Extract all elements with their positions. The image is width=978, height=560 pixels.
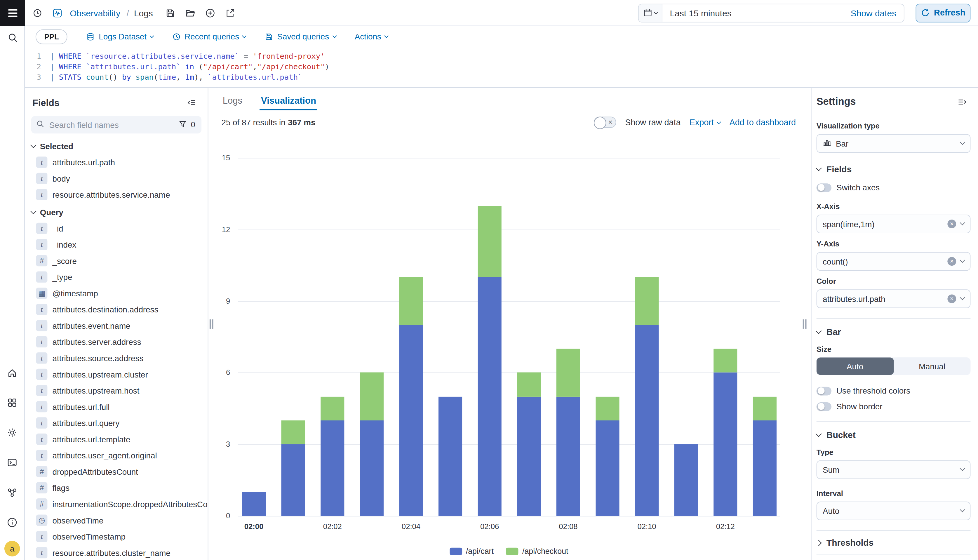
bar-segment[interactable] xyxy=(360,420,383,516)
bar-segment[interactable] xyxy=(675,444,698,516)
collapse-fields-panel-icon[interactable] xyxy=(183,93,200,111)
clear-icon[interactable] xyxy=(947,220,956,228)
calendar-icon[interactable] xyxy=(639,4,662,22)
field-item[interactable]: t_index xyxy=(28,237,204,253)
home-icon[interactable] xyxy=(0,361,25,383)
field-item[interactable]: tattributes.user_agent.original xyxy=(28,447,204,463)
add-icon[interactable] xyxy=(202,4,219,22)
tab-logs[interactable]: Logs xyxy=(221,93,243,110)
clear-icon[interactable] xyxy=(947,257,956,266)
integrations-icon[interactable] xyxy=(0,481,25,503)
bar-segment[interactable] xyxy=(438,397,462,516)
apps-icon[interactable] xyxy=(0,391,25,414)
gear-icon[interactable] xyxy=(0,421,25,443)
bar-segment[interactable] xyxy=(753,397,776,420)
bar-segment[interactable] xyxy=(360,373,383,420)
field-item[interactable]: #flags xyxy=(28,480,204,496)
field-item[interactable]: tattributes.upstream.host xyxy=(28,382,204,399)
search-icon[interactable] xyxy=(0,26,25,49)
tab-visualization[interactable]: Visualization xyxy=(260,93,317,110)
color-field-select[interactable]: attributes.url.path xyxy=(816,289,971,308)
accordion-bar[interactable]: Bar xyxy=(816,327,971,337)
field-item[interactable]: tresource.attributes.service.name xyxy=(28,187,204,203)
actions-button[interactable]: Actions xyxy=(355,32,388,41)
use-threshold-colors-toggle[interactable] xyxy=(816,387,831,395)
info-icon[interactable] xyxy=(0,511,25,533)
date-range-value[interactable]: Last 15 minutes xyxy=(662,8,843,18)
query-language-pill[interactable]: PPL xyxy=(36,29,68,44)
field-item[interactable]: tattributes.destination.address xyxy=(28,301,204,318)
bar-segment[interactable] xyxy=(282,444,305,516)
bar-segment[interactable] xyxy=(556,397,580,516)
bar-segment[interactable] xyxy=(320,397,344,420)
dataset-selector[interactable]: Logs Dataset xyxy=(87,32,153,41)
field-item[interactable]: tattributes.server.address xyxy=(28,334,204,350)
field-search[interactable]: 0 xyxy=(31,116,202,133)
show-border-toggle[interactable] xyxy=(816,402,831,411)
filter-icon[interactable] xyxy=(178,119,187,130)
field-item[interactable]: t_id xyxy=(28,220,204,237)
menu-icon[interactable] xyxy=(0,0,25,26)
save-icon[interactable] xyxy=(162,4,179,22)
bar-segment[interactable] xyxy=(478,205,501,277)
viz-type-select[interactable]: Bar xyxy=(816,134,971,153)
size-manual-button[interactable]: Manual xyxy=(894,357,971,375)
field-item[interactable]: ◷observedTime xyxy=(28,512,204,528)
field-item[interactable]: tattributes.url.path xyxy=(28,154,204,170)
field-item[interactable]: tattributes.url.query xyxy=(28,415,204,431)
bar-segment[interactable] xyxy=(556,349,580,397)
field-item[interactable]: t_type xyxy=(28,269,204,285)
field-item[interactable]: tattributes.upstream.cluster xyxy=(28,366,204,382)
field-search-input[interactable] xyxy=(48,119,175,130)
user-avatar[interactable]: a xyxy=(4,541,20,556)
open-folder-icon[interactable] xyxy=(182,4,199,22)
field-item[interactable]: tattributes.source.address xyxy=(28,350,204,367)
bar-segment[interactable] xyxy=(517,373,541,397)
field-item[interactable]: #_score xyxy=(28,253,204,269)
bar-segment[interactable] xyxy=(713,373,737,516)
bar-segment[interactable] xyxy=(713,349,737,373)
bar-segment[interactable] xyxy=(478,277,501,516)
field-item[interactable]: tattributes.event.name xyxy=(28,317,204,334)
editor-line[interactable]: 2| WHERE `attributes.url.path` in ("/api… xyxy=(25,62,978,72)
field-item[interactable]: #instrumentationScope.droppedAttributesC… xyxy=(28,496,204,512)
refresh-button[interactable]: Refresh xyxy=(916,3,970,22)
field-item[interactable]: tbody xyxy=(28,170,204,187)
bar-segment[interactable] xyxy=(282,420,305,444)
recent-queries-button[interactable]: Recent queries xyxy=(172,32,246,41)
field-item[interactable]: #droppedAttributesCount xyxy=(28,463,204,480)
size-auto-button[interactable]: Auto xyxy=(816,357,894,375)
field-item[interactable]: tattributes.url.full xyxy=(28,398,204,415)
show-raw-data-toggle[interactable] xyxy=(594,117,616,128)
bar-segment[interactable] xyxy=(517,397,541,516)
fields-resize-handle[interactable] xyxy=(210,319,213,329)
saved-queries-button[interactable]: Saved queries xyxy=(265,32,336,41)
field-item[interactable]: ▦@timestamp xyxy=(28,285,204,301)
accordion-axes[interactable]: Axes xyxy=(816,555,971,560)
bar-segment[interactable] xyxy=(399,325,423,516)
query-editor[interactable]: 1| WHERE `resource.attributes.service.na… xyxy=(25,47,978,88)
accordion-bucket[interactable]: Bucket xyxy=(816,430,971,440)
bar-segment[interactable] xyxy=(753,420,776,516)
bucket-interval-select[interactable]: Auto xyxy=(816,502,971,520)
collapse-settings-panel-icon[interactable] xyxy=(953,93,971,110)
field-group-header[interactable]: Selected xyxy=(28,137,204,154)
legend-item[interactable]: /api/checkout xyxy=(506,547,568,556)
settings-resize-handle[interactable] xyxy=(803,319,806,329)
export-button[interactable]: Export xyxy=(690,118,721,127)
field-item[interactable]: tobservedTimestamp xyxy=(28,528,204,545)
console-icon[interactable] xyxy=(0,451,25,473)
field-group-header[interactable]: Query xyxy=(28,203,204,220)
add-to-dashboard-button[interactable]: Add to dashboard xyxy=(729,118,796,127)
bar-segment[interactable] xyxy=(399,277,423,325)
bar-segment[interactable] xyxy=(596,420,619,516)
field-item[interactable]: tattributes.url.template xyxy=(28,431,204,447)
bucket-type-select[interactable]: Sum xyxy=(816,460,971,479)
recent-items-icon[interactable] xyxy=(28,4,46,22)
bar-segment[interactable] xyxy=(635,277,659,325)
field-item[interactable]: tresource.attributes.cluster_name xyxy=(28,545,204,560)
clear-icon[interactable] xyxy=(947,294,956,303)
share-icon[interactable] xyxy=(222,4,239,22)
accordion-fields[interactable]: Fields xyxy=(816,164,971,174)
y-axis-field-select[interactable]: count() xyxy=(816,252,971,271)
